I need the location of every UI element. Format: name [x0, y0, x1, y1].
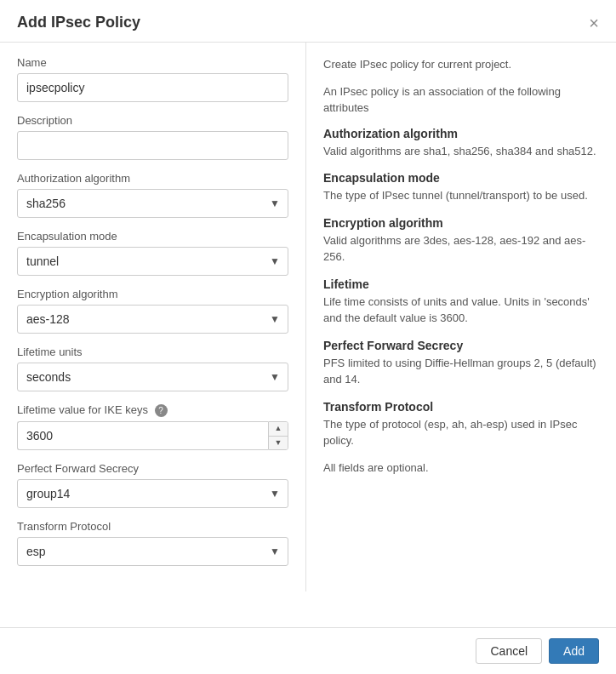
- help-enc-algo-text: Valid algorithms are 3des, aes-128, aes-…: [323, 232, 599, 266]
- enc-algo-group: Encryption algorithm 3des aes-128 aes-19…: [17, 288, 288, 334]
- cancel-button[interactable]: Cancel: [476, 638, 542, 664]
- help-enc-algo-title: Encryption algorithm: [323, 216, 599, 230]
- name-label: Name: [17, 56, 288, 69]
- help-lifetime-title: Lifetime: [323, 277, 599, 291]
- encap-mode-label: Encapsulation mode: [17, 230, 288, 243]
- lifetime-units-select-wrapper: seconds minutes hours ▼: [17, 363, 288, 391]
- pfs-label: Perfect Forward Secrecy: [17, 462, 288, 475]
- help-auth-algo-text: Valid algorithms are sha1, sha256, sha38…: [323, 143, 599, 160]
- help-intro: Create IPsec policy for current project.: [323, 56, 599, 73]
- name-input[interactable]: [17, 73, 288, 102]
- pfs-select-wrapper: group2 group5 group14 ▼: [17, 479, 288, 508]
- add-button[interactable]: Add: [549, 638, 599, 664]
- help-pfs-text: PFS limited to using Diffie-Hellman grou…: [323, 355, 599, 388]
- lifetime-value-label: Lifetime value for IKE keys ?: [17, 403, 288, 417]
- description-group: Description: [17, 114, 288, 160]
- lifetime-spinner: ▲ ▼: [268, 421, 288, 450]
- enc-algo-label: Encryption algorithm: [17, 288, 288, 300]
- pfs-group: Perfect Forward Secrecy group2 group5 gr…: [17, 462, 288, 508]
- enc-algo-select-wrapper: 3des aes-128 aes-192 aes-256 ▼: [17, 305, 288, 334]
- modal-footer: Cancel Add: [0, 627, 616, 674]
- help-encap-mode-text: The type of IPsec tunnel (tunnel/transpo…: [323, 187, 599, 204]
- transform-select[interactable]: esp ah ah-esp: [17, 537, 288, 566]
- help-panel: Create IPsec policy for current project.…: [306, 43, 616, 591]
- help-lifetime: Lifetime Life time consists of units and…: [323, 277, 599, 327]
- enc-algo-select[interactable]: 3des aes-128 aes-192 aes-256: [17, 305, 288, 334]
- help-all-optional: All fields are optional.: [323, 461, 599, 474]
- encap-mode-group: Encapsulation mode tunnel transport ▼: [17, 230, 288, 276]
- encap-mode-select-wrapper: tunnel transport ▼: [17, 247, 288, 276]
- lifetime-value-group: Lifetime value for IKE keys ? ▲ ▼: [17, 403, 288, 450]
- description-label: Description: [17, 114, 288, 127]
- auth-algo-label: Authorization algorithm: [17, 172, 288, 185]
- pfs-select[interactable]: group2 group5 group14: [17, 479, 288, 508]
- lifetime-units-select[interactable]: seconds minutes hours: [17, 363, 288, 391]
- lifetime-units-group: Lifetime units seconds minutes hours ▼: [17, 346, 288, 391]
- auth-algo-select[interactable]: sha1 sha256 sha384 sha512: [17, 189, 288, 218]
- help-encap-mode-title: Encapsulation mode: [323, 171, 599, 185]
- lifetime-help-icon[interactable]: ?: [155, 404, 168, 417]
- help-lifetime-text: Life time consists of units and value. U…: [323, 294, 599, 327]
- lifetime-units-label: Lifetime units: [17, 346, 288, 358]
- modal-body: Name Description Authorization algorithm…: [0, 43, 616, 591]
- auth-algo-select-wrapper: sha1 sha256 sha384 sha512 ▼: [17, 189, 288, 218]
- lifetime-increment-button[interactable]: ▲: [269, 422, 288, 437]
- modal-title: Add IPsec Policy: [17, 14, 140, 31]
- transform-label: Transform Protocol: [17, 520, 288, 533]
- name-group: Name: [17, 56, 288, 102]
- auth-algo-group: Authorization algorithm sha1 sha256 sha3…: [17, 172, 288, 218]
- lifetime-value-input[interactable]: [17, 421, 268, 450]
- form-panel: Name Description Authorization algorithm…: [0, 43, 306, 591]
- description-input[interactable]: [17, 131, 288, 160]
- close-button[interactable]: ×: [589, 14, 599, 31]
- help-auth-algo-title: Authorization algorithm: [323, 127, 599, 140]
- lifetime-decrement-button[interactable]: ▼: [269, 437, 288, 450]
- help-pfs: Perfect Forward Secrecy PFS limited to u…: [323, 339, 599, 388]
- transform-group: Transform Protocol esp ah ah-esp ▼: [17, 520, 288, 566]
- encap-mode-select[interactable]: tunnel transport: [17, 247, 288, 276]
- add-ipsec-policy-modal: Add IPsec Policy × Name Description Auth…: [0, 0, 616, 674]
- help-intro2: An IPsec policy is an association of the…: [323, 83, 599, 117]
- help-auth-algo: Authorization algorithm Valid algorithms…: [323, 127, 599, 160]
- help-transform-title: Transform Protocol: [323, 400, 599, 414]
- help-transform-text: The type of protocol (esp, ah, ah-esp) u…: [323, 416, 599, 449]
- help-pfs-title: Perfect Forward Secrecy: [323, 339, 599, 352]
- transform-select-wrapper: esp ah ah-esp ▼: [17, 537, 288, 566]
- help-encap-mode: Encapsulation mode The type of IPsec tun…: [323, 171, 599, 204]
- help-transform: Transform Protocol The type of protocol …: [323, 400, 599, 449]
- help-enc-algo: Encryption algorithm Valid algorithms ar…: [323, 216, 599, 266]
- lifetime-value-wrapper: ▲ ▼: [17, 421, 288, 450]
- modal-header: Add IPsec Policy ×: [0, 0, 616, 43]
